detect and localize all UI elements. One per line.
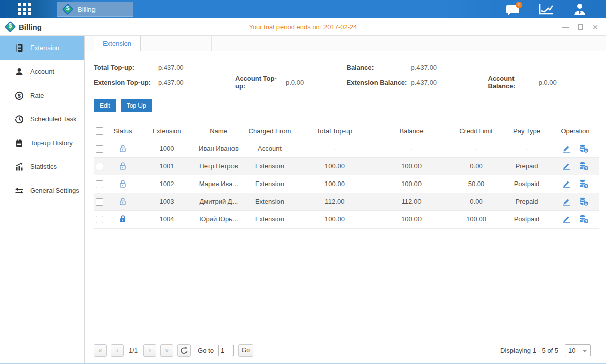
cell-total-topup: 100.00	[296, 175, 373, 193]
lock-open-icon	[119, 179, 127, 188]
svg-text:$: $	[18, 93, 21, 98]
next-page-button[interactable]: ›	[143, 344, 156, 357]
minimize-button[interactable]	[562, 24, 569, 31]
first-page-button[interactable]: «	[94, 344, 107, 357]
svg-text:$: $	[585, 166, 587, 170]
history-clock-icon	[15, 115, 24, 124]
cell-name: Юрий Юрь...	[194, 210, 243, 228]
cell-charged-from: Account	[243, 140, 296, 157]
lock-closed-icon	[119, 215, 127, 223]
goto-page-input[interactable]	[218, 345, 234, 356]
notebook-icon	[15, 139, 24, 148]
minimize-icon	[562, 27, 569, 28]
edit-icon[interactable]	[562, 215, 571, 223]
topup-icon[interactable]: $	[579, 162, 589, 170]
top-up-button[interactable]: Top Up	[121, 99, 152, 112]
sidebar-item-account[interactable]: Account	[0, 60, 84, 83]
cell-charged-from: Extension	[243, 157, 296, 175]
topup-icon[interactable]: $	[579, 215, 589, 223]
row-checkbox[interactable]	[96, 216, 103, 223]
column-header-pay-type: Pay Type	[502, 123, 551, 140]
table-row: 1000 Иван Иванов Account - - - - $	[94, 140, 599, 157]
window-title-text: Billing	[19, 23, 42, 31]
sidebar-item-scheduled-task[interactable]: Scheduled Task	[0, 107, 84, 131]
lock-open-icon	[119, 144, 127, 153]
table-row: 1002 Мария Ива... Extension 100.00 100.0…	[94, 175, 599, 193]
topup-icon[interactable]: $	[579, 197, 589, 206]
cell-name: Дмитрий Д...	[194, 193, 243, 210]
person-icon	[15, 67, 24, 76]
cell-credit-limit: 50.00	[450, 175, 502, 193]
dollar-circle-icon: $	[15, 91, 24, 100]
cell-balance: 100.00	[373, 157, 450, 175]
cell-charged-from: Extension	[243, 193, 296, 210]
go-button[interactable]: Go	[238, 344, 253, 357]
cell-total-topup: 100.00	[296, 157, 373, 175]
taskbar-tab-billing[interactable]: $ Billing	[57, 2, 133, 17]
account-balance-value: p.0.00	[539, 79, 594, 86]
apps-grid-icon[interactable]	[18, 3, 35, 15]
svg-text:$: $	[585, 219, 587, 223]
tab-extension[interactable]: Extension	[94, 36, 141, 51]
sidebar-item-label: Extension	[30, 44, 59, 52]
account-topup-label: Account Top-up:	[235, 75, 286, 90]
notifications-icon[interactable]: !	[506, 3, 520, 15]
cell-total-topup: -	[296, 140, 373, 157]
maximize-button[interactable]	[577, 24, 584, 31]
cell-name: Петр Петров	[194, 157, 243, 175]
last-page-button[interactable]: »	[160, 344, 173, 357]
edit-icon[interactable]	[562, 179, 571, 188]
select-all-checkbox[interactable]	[96, 127, 103, 135]
toolbar: Edit Top Up	[85, 90, 606, 112]
cell-balance: 112.00	[373, 193, 450, 210]
row-checkbox[interactable]	[96, 163, 103, 170]
sidebar-item-label: Rate	[30, 92, 44, 99]
total-topup-value: p.437.00	[158, 64, 214, 71]
topup-icon[interactable]: $	[579, 144, 589, 153]
notification-badge: !	[516, 2, 522, 8]
cell-pay-type: Postpaid	[502, 210, 551, 228]
balance-value: p.437.00	[411, 64, 467, 71]
cell-total-topup: 100.00	[296, 210, 373, 228]
close-button[interactable]: ×	[592, 24, 599, 31]
sidebar-item-general-settings[interactable]: General Settings	[0, 178, 84, 202]
sidebar-item-statistics[interactable]: Statistics	[0, 155, 84, 178]
table-row: 1004 Юрий Юрь... Extension 100.00 100.00…	[94, 210, 599, 228]
column-header-status: Status	[106, 123, 139, 140]
cell-extension: 1001	[139, 157, 194, 175]
topbar-actions: !	[506, 0, 587, 18]
extension-table: Status Extension Name Charged From Total…	[94, 123, 599, 229]
edit-icon[interactable]	[562, 144, 571, 153]
sidebar-item-extension[interactable]: Extension	[0, 36, 84, 60]
sidebar-item-topup-history[interactable]: Top-up History	[0, 131, 84, 155]
topup-icon[interactable]: $	[579, 179, 589, 188]
billing-window-icon: $	[5, 21, 16, 32]
reports-chart-icon[interactable]	[538, 3, 554, 15]
ledger-icon	[15, 43, 24, 53]
lock-open-icon	[119, 162, 127, 170]
row-checkbox[interactable]	[96, 145, 103, 153]
sliders-icon	[15, 186, 24, 195]
row-checkbox[interactable]	[96, 180, 103, 188]
sidebar-item-label: Scheduled Task	[30, 115, 77, 123]
sidebar-item-rate[interactable]: $ Rate	[0, 83, 84, 107]
edit-icon[interactable]	[562, 197, 571, 206]
content-spacer	[85, 229, 606, 343]
refresh-button[interactable]	[177, 344, 191, 357]
edit-button[interactable]: Edit	[94, 99, 116, 112]
extension-balance-label: Extension Balance:	[347, 79, 411, 86]
svg-text:$: $	[585, 149, 587, 152]
extension-table-wrap: Status Extension Name Charged From Total…	[85, 112, 606, 229]
page-size-select[interactable]: 10	[565, 344, 591, 356]
pagination-bar: « ‹ 1/1 › » Go to Go Displaying 1 - 5 of…	[85, 343, 606, 363]
cell-balance: -	[373, 140, 450, 157]
svg-text:$: $	[585, 184, 587, 188]
displaying-label: Displaying 1 - 5 of 5	[500, 347, 558, 354]
row-checkbox[interactable]	[96, 198, 103, 206]
prev-page-button[interactable]: ‹	[111, 344, 124, 357]
edit-icon[interactable]	[562, 162, 571, 170]
cell-charged-from: Extension	[243, 175, 296, 193]
user-account-icon[interactable]	[573, 3, 587, 16]
trial-notice: Your trial period ends on: 2017-02-24	[0, 23, 606, 31]
cell-balance: 100.00	[373, 175, 450, 193]
